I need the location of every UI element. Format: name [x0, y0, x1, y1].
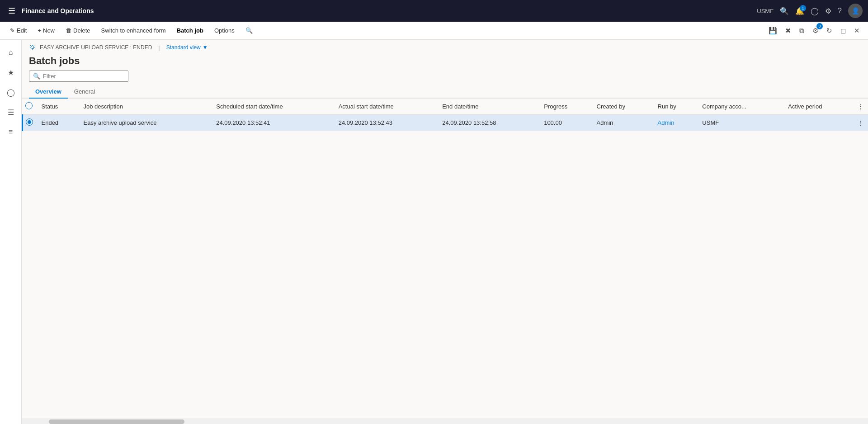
col-end-date[interactable]: End date/time	[438, 99, 539, 115]
user-label: USMF	[757, 8, 774, 14]
help-icon[interactable]: ?	[838, 7, 842, 15]
col-actual-start[interactable]: Actual start date/time	[334, 99, 438, 115]
col-more[interactable]: ⋮	[853, 99, 868, 115]
col-progress[interactable]: Progress	[539, 99, 592, 115]
cell-progress: 100.00	[539, 115, 592, 131]
app-title: Finance and Operations	[22, 7, 753, 14]
table-wrap: Status Job description Scheduled start d…	[22, 99, 868, 131]
edit-button[interactable]: ✎ Edit	[5, 25, 31, 36]
notification-badge: 1	[800, 5, 806, 11]
horizontal-scrollbar[interactable]	[22, 419, 868, 424]
tab-overview[interactable]: Overview	[29, 85, 68, 99]
table-header-row: Status Job description Scheduled start d…	[23, 99, 868, 115]
col-active-period[interactable]: Active period	[783, 99, 853, 115]
toolbar-search-button[interactable]: 🔍	[241, 25, 257, 36]
cell-company-account: USMF	[698, 115, 783, 131]
switch-enhanced-button[interactable]: Switch to enhanced form	[97, 25, 170, 36]
toolbar-right-actions: 💾 ✖ ⧉ ⚙ 0 ↻ ◻ ✕	[766, 25, 863, 37]
save-icon[interactable]: 💾	[766, 25, 780, 37]
col-company-account[interactable]: Company acco...	[698, 99, 783, 115]
cell-end-date: 24.09.2020 13:52:58	[438, 115, 539, 131]
filter-input[interactable]	[43, 73, 124, 80]
filter-bar: ⛭ EASY ARCHIVE UPLOAD SERVICE : ENDED | …	[22, 40, 868, 53]
cell-job-description: Easy archive upload service	[79, 115, 212, 131]
page-title: Batch jobs	[22, 53, 868, 71]
cell-created-by: Admin	[592, 115, 653, 131]
col-select	[23, 99, 37, 115]
sidebar-item-modules[interactable]: ≡	[2, 123, 20, 141]
breadcrumb: EASY ARCHIVE UPLOAD SERVICE : ENDED	[40, 44, 152, 51]
tabs: Overview General	[22, 85, 868, 99]
row-radio-checked[interactable]	[26, 118, 33, 126]
filter-icon[interactable]: ⛭	[29, 43, 36, 52]
reset-icon[interactable]: ↻	[824, 25, 835, 37]
sidebar-item-home[interactable]: ⌂	[2, 43, 20, 61]
breadcrumb-separator: |	[158, 44, 160, 51]
scrollbar-thumb[interactable]	[49, 419, 184, 424]
filter-search-icon: 🔍	[33, 73, 40, 80]
toolbar-search-icon: 🔍	[245, 27, 253, 34]
options-button[interactable]: Options	[210, 25, 239, 36]
sidebar: ⌂ ★ ◯ ☰ ≡	[0, 40, 22, 424]
filter-input-container[interactable]: 🔍	[29, 71, 128, 82]
sidebar-item-favorites[interactable]: ★	[2, 63, 20, 81]
refresh-icon[interactable]: ✖	[783, 25, 794, 37]
sidebar-item-workspaces[interactable]: ☰	[2, 103, 20, 121]
col-created-by[interactable]: Created by	[592, 99, 653, 115]
cell-more[interactable]: ⋮	[853, 115, 868, 131]
batch-jobs-table: Status Job description Scheduled start d…	[22, 99, 868, 131]
chevron-down-icon: ▼	[203, 44, 208, 51]
select-all-radio[interactable]	[25, 102, 33, 109]
col-run-by[interactable]: Run by	[653, 99, 698, 115]
circle-person-icon[interactable]: ◯	[811, 7, 819, 15]
cell-active-period	[783, 115, 853, 131]
avatar[interactable]: 👤	[848, 4, 863, 18]
alert-icon[interactable]: ⚙ 0	[810, 25, 821, 37]
settings-icon[interactable]: ⚙	[825, 7, 831, 15]
alert-badge: 0	[816, 23, 823, 29]
hamburger-icon[interactable]: ☰	[5, 4, 18, 18]
open-in-new-icon[interactable]: ⧉	[797, 25, 807, 37]
cell-actual-start: 24.09.2020 13:52:43	[334, 115, 438, 131]
cell-select[interactable]	[23, 115, 37, 131]
layout: ⌂ ★ ◯ ☰ ≡ ⛭ EASY ARCHIVE UPLOAD SERVICE …	[0, 40, 868, 424]
cell-status: Ended	[37, 115, 79, 131]
close-icon[interactable]: ✕	[851, 25, 863, 37]
notification-icon[interactable]: 🔔 1	[795, 7, 804, 15]
view-selector[interactable]: Standard view ▼	[166, 44, 208, 51]
sidebar-item-recent[interactable]: ◯	[2, 83, 20, 101]
table-row[interactable]: Ended Easy archive upload service 24.09.…	[23, 115, 868, 131]
tab-general[interactable]: General	[68, 85, 101, 99]
new-button[interactable]: + New	[33, 25, 59, 36]
cell-run-by[interactable]: Admin	[653, 115, 698, 131]
edit-icon: ✎	[10, 27, 15, 34]
top-bar: ☰ Finance and Operations USMF 🔍 🔔 1 ◯ ⚙ …	[0, 0, 868, 22]
plus-icon: +	[38, 27, 41, 34]
filter-input-wrap: 🔍	[22, 71, 868, 85]
search-icon[interactable]: 🔍	[780, 7, 789, 15]
batchjob-button[interactable]: Batch job	[172, 25, 208, 36]
toolbar: ✎ Edit + New 🗑 Delete Switch to enhanced…	[0, 22, 868, 40]
col-status[interactable]: Status	[37, 99, 79, 115]
delete-button[interactable]: 🗑 Delete	[61, 25, 95, 36]
delete-icon: 🗑	[66, 27, 71, 34]
top-bar-right: USMF 🔍 🔔 1 ◯ ⚙ ? 👤	[757, 4, 863, 18]
col-job-description[interactable]: Job description	[79, 99, 212, 115]
maximize-icon[interactable]: ◻	[838, 25, 849, 37]
cell-scheduled-start: 24.09.2020 13:52:41	[212, 115, 334, 131]
col-scheduled-start[interactable]: Scheduled start date/time	[212, 99, 334, 115]
main-content: ⛭ EASY ARCHIVE UPLOAD SERVICE : ENDED | …	[22, 40, 868, 424]
